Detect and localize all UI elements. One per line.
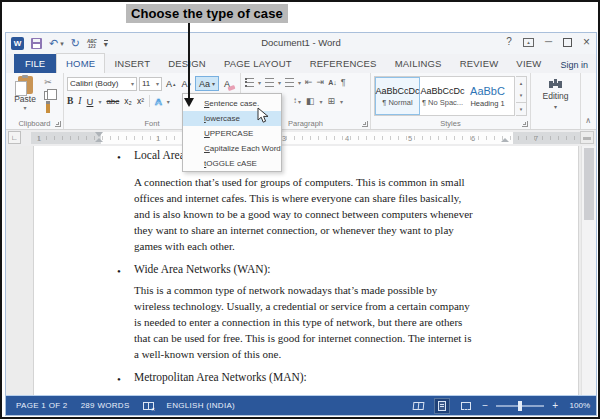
ribbon-display-options-icon[interactable]: ▴	[523, 38, 534, 47]
vertical-scrollbar[interactable]	[581, 146, 596, 398]
zoom-slider-thumb[interactable]	[518, 401, 522, 411]
doc-line[interactable]: and is also known to be a good way to co…	[134, 208, 473, 220]
page-indicator[interactable]: PAGE 1 OF 2	[16, 401, 68, 410]
editing-button[interactable]: Editing ▾	[531, 78, 580, 110]
bold-button[interactable]: B	[67, 96, 73, 106]
clipboard-dialog-launcher-icon[interactable]	[55, 121, 61, 127]
sign-in-link[interactable]: Sign in	[560, 60, 588, 70]
superscript-button[interactable]: x²	[137, 96, 144, 106]
tab-review[interactable]: REVIEW	[451, 54, 508, 73]
status-left: PAGE 1 OF 2 289 WORDS ENGLISH (INDIA)	[16, 401, 235, 410]
web-layout-button[interactable]	[458, 398, 474, 414]
hanging-indent-marker[interactable]	[95, 138, 103, 142]
clear-formatting-button[interactable]: A	[221, 77, 233, 91]
font-size-combo[interactable]: 11 ▾	[139, 77, 162, 91]
italic-button[interactable]: I	[78, 96, 81, 106]
doc-line[interactable]: games with each other.	[134, 240, 235, 252]
shrink-font-button[interactable]: A ▾	[180, 77, 194, 91]
help-icon[interactable]: ?	[506, 36, 512, 48]
style-no-spacing[interactable]: AaBbCcDc ¶ No Spac...	[420, 77, 465, 115]
doc-line[interactable]: wireless technology. Usually, a credenti…	[134, 300, 470, 312]
strikethrough-button[interactable]: abc	[106, 97, 119, 106]
document-page[interactable]: • Local Area Networks (LAN): A connectio…	[33, 146, 579, 398]
paragraph-dialog-launcher-icon[interactable]	[362, 121, 368, 127]
bullets-icon[interactable]	[245, 78, 254, 87]
clipboard-small-buttons: ✂	[44, 77, 52, 113]
tab-view[interactable]: VIEW	[507, 54, 550, 73]
line-spacing-button[interactable]: ↕ ▾	[293, 96, 301, 106]
increase-indent-icon[interactable]: ⇥	[317, 77, 325, 87]
doc-bullet-item[interactable]: Metropolitan Area Networks (MAN):	[134, 371, 307, 383]
close-icon[interactable]: ×	[583, 36, 590, 48]
styles-dialog-launcher-icon[interactable]	[522, 121, 528, 127]
bullets-dropdown-icon[interactable]: ▾	[258, 79, 261, 86]
minimize-icon[interactable]: ─	[545, 36, 552, 48]
underline-button[interactable]: U	[87, 96, 94, 107]
first-line-indent-marker[interactable]	[95, 132, 103, 137]
menu-item-capitalize-each-word[interactable]: Capitalize Each Word	[183, 141, 281, 156]
read-mode-button[interactable]	[410, 398, 426, 414]
format-painter-icon[interactable]	[46, 104, 50, 113]
tab-references[interactable]: REFERENCES	[301, 54, 386, 73]
tab-home[interactable]: HOME	[56, 53, 105, 73]
cut-icon[interactable]: ✂	[44, 77, 52, 87]
doc-line[interactable]: that can be used for free. This is good …	[134, 332, 471, 344]
menu-item-uppercase[interactable]: UPPERCASE	[183, 126, 281, 141]
styles-group-label: Styles	[371, 119, 530, 128]
borders-dropdown-icon[interactable]: ▾	[340, 98, 343, 105]
doc-line[interactable]: a well-known version of this one.	[134, 348, 281, 360]
font-size-dropdown-icon: ▾	[156, 80, 159, 87]
proofing-status-icon[interactable]	[143, 402, 154, 410]
copy-icon[interactable]	[44, 91, 52, 100]
sort-icon[interactable]: A↓	[328, 79, 337, 86]
styles-more-icon[interactable]: ▾	[516, 102, 526, 115]
separator	[149, 95, 150, 107]
change-case-button[interactable]: Aa ▾	[195, 76, 219, 91]
subscript-button[interactable]: x₂	[124, 96, 132, 106]
zoom-out-button[interactable]: −	[482, 401, 488, 411]
doc-line[interactable]: is needed to enter a connection in this …	[134, 316, 462, 328]
doc-line[interactable]: they want to share an internet connectio…	[134, 224, 454, 236]
maximize-icon[interactable]	[563, 38, 572, 47]
underline-dropdown-icon[interactable]: ▾	[98, 98, 101, 105]
numbering-dropdown-icon[interactable]: ▾	[278, 79, 281, 86]
shading-dropdown-icon[interactable]: ▾	[320, 98, 323, 105]
multilevel-dropdown-icon[interactable]: ▾	[298, 79, 301, 86]
text-effects-button[interactable]: A	[155, 96, 162, 107]
decrease-indent-icon[interactable]: ⇤	[305, 77, 313, 87]
horizontal-ruler[interactable]: 1 1 2 3 4 5 6 7	[31, 132, 581, 144]
doc-line[interactable]: A connection that’s used for groups of c…	[134, 176, 465, 188]
tab-file[interactable]: FILE	[14, 54, 56, 73]
paste-button[interactable]: Paste ▾	[10, 76, 40, 118]
styles-scroll-down-icon[interactable]: ▾	[516, 89, 526, 101]
zoom-level[interactable]: 100%	[566, 401, 590, 410]
doc-line[interactable]: This is a common type of network nowaday…	[134, 284, 437, 296]
word-count[interactable]: 289 WORDS	[81, 401, 130, 410]
tab-selector-button[interactable]: ∟	[8, 131, 21, 144]
style-normal[interactable]: AaBbCcDc ¶ Normal	[375, 77, 420, 115]
shading-icon[interactable]: ◧	[306, 96, 315, 106]
collapse-ribbon-icon[interactable]: ∧	[585, 116, 591, 125]
text-effects-dropdown-icon[interactable]: ▾	[167, 98, 170, 105]
scrollbar-thumb[interactable]	[584, 148, 594, 220]
tab-insert[interactable]: INSERT	[105, 54, 159, 73]
style-heading-1[interactable]: AaBbC Heading 1	[465, 77, 510, 115]
menu-item-toggle-case[interactable]: tOGGLE cASE	[183, 156, 281, 171]
view-ruler-toggle-button[interactable]	[580, 131, 594, 144]
doc-bullet-item[interactable]: Wide Area Networks (WAN):	[134, 263, 271, 275]
show-formatting-marks-icon[interactable]: ¶	[341, 77, 346, 87]
numbering-icon[interactable]	[265, 78, 274, 87]
multilevel-list-icon[interactable]	[285, 78, 294, 87]
doc-line[interactable]: offices and internet cafes. This is wher…	[134, 192, 461, 204]
language-indicator[interactable]: ENGLISH (INDIA)	[167, 401, 236, 410]
zoom-in-button[interactable]: +	[552, 401, 558, 411]
styles-scroll-up-icon[interactable]: ▴	[516, 77, 526, 89]
zoom-slider[interactable]	[496, 405, 544, 407]
tab-mailings[interactable]: MAILINGS	[386, 54, 451, 73]
font-family-combo[interactable]: Calibri (Body) ▾	[67, 77, 137, 91]
print-layout-button[interactable]	[434, 398, 450, 414]
tab-page-layout[interactable]: PAGE LAYOUT	[215, 54, 301, 73]
right-indent-marker[interactable]	[501, 138, 509, 142]
borders-icon[interactable]: ⊞	[328, 96, 336, 106]
grow-font-button[interactable]: A ▴	[164, 77, 178, 91]
